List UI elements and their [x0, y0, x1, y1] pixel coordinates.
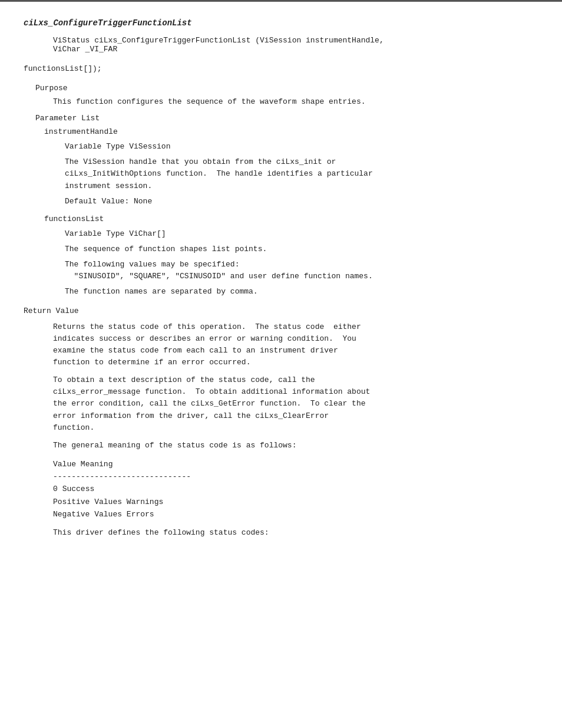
purpose-text: This function configures the sequence of… — [24, 96, 538, 108]
param-functions-desc2: The following values may be specified: "… — [24, 259, 538, 282]
final-line: This driver defines the following status… — [24, 527, 538, 539]
page-content: ciLxs_ConfigureTriggerFunctionList ViSta… — [0, 12, 562, 569]
table-row-1-meaning: Warnings — [127, 498, 163, 506]
param-name-functions-list: functionsList — [24, 215, 538, 223]
return-para2-pre: To obtain a text description of the stat… — [53, 374, 538, 434]
table-row-2-value: Negative Values — [53, 510, 122, 519]
table-row-2-meaning: Errors — [127, 510, 154, 519]
param-list-section: Parameter List instrumentHandle Variable… — [24, 114, 538, 298]
return-para1: Returns the status code of this operatio… — [24, 321, 538, 369]
top-border — [0, 0, 562, 2]
table-divider: ------------------------------ — [53, 470, 538, 483]
return-para1-pre: Returns the status code of this operatio… — [53, 321, 538, 369]
param-list-label: Parameter List — [24, 114, 538, 123]
param-functions-desc1: The sequence of function shapes list poi… — [24, 243, 538, 255]
purpose-label: Purpose — [24, 84, 538, 93]
param-name-instrument-handle: instrumentHandle — [24, 127, 538, 136]
param-instrument-description: The ViSession handle that you obtain fro… — [24, 156, 538, 192]
function-signature: ViStatus ciLxs_ConfigureTriggerFunctionL… — [24, 36, 538, 54]
signature-line2: ViChar _VI_FAR — [53, 45, 538, 54]
return-para3: The general meaning of the status code i… — [24, 440, 538, 452]
variable-type-value: ViSession — [129, 142, 170, 151]
return-para2: To obtain a text description of the stat… — [24, 374, 538, 434]
function-title: ciLxs_ConfigureTriggerFunctionList — [24, 18, 538, 28]
functions-desc2-pre: The following values may be specified: "… — [65, 259, 538, 282]
param-functions-type: Variable Type ViChar[] — [24, 228, 538, 240]
purpose-section: Purpose This function configures the seq… — [24, 84, 538, 108]
table-row-0-value: 0 — [53, 485, 58, 493]
table-header-row: Value Meaning — [53, 458, 538, 470]
table-row-1-value: Positive Values — [53, 498, 122, 506]
param-instrument-default: Default Value: None — [24, 196, 538, 207]
table-header-value: Value — [53, 460, 76, 469]
instrument-desc-pre: The ViSession handle that you obtain fro… — [65, 156, 538, 192]
table-row-0: 0 Success — [53, 483, 538, 495]
signature-line3: functionsList[]); — [24, 64, 538, 73]
table-header-meaning: Meaning — [81, 460, 113, 469]
variable-type-label: Variable Type — [65, 142, 124, 151]
table-row-1: Positive Values Warnings — [53, 496, 538, 508]
status-table: Value Meaning --------------------------… — [24, 458, 538, 521]
param-instrument-type: Variable Type ViSession — [24, 141, 538, 153]
functions-type-label: Variable Type — [65, 229, 124, 238]
table-row-0-meaning: Success — [62, 485, 95, 493]
param-functions-desc3: The function names are separated by comm… — [24, 286, 538, 298]
signature-line1: ViStatus ciLxs_ConfigureTriggerFunctionL… — [53, 36, 538, 45]
return-value-label: Return Value — [24, 307, 538, 315]
table-row-2: Negative Values Errors — [53, 508, 538, 521]
functions-type-value: ViChar[] — [129, 229, 166, 238]
